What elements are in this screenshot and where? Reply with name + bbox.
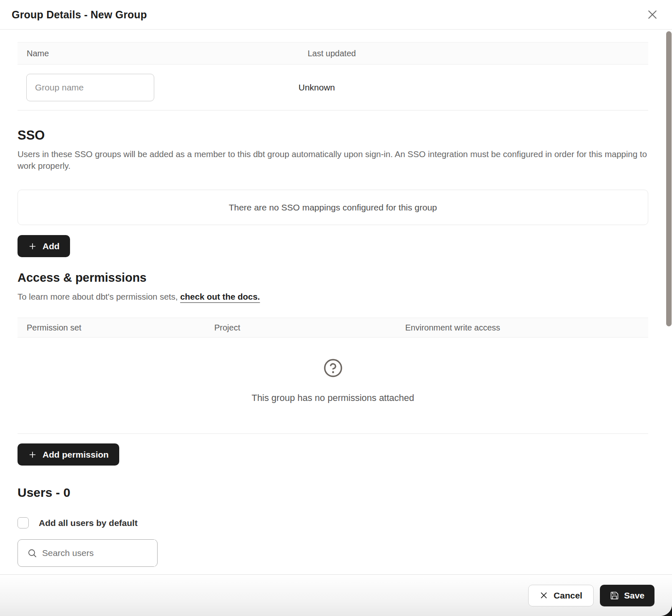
- permissions-heading: Access & permissions: [18, 271, 648, 285]
- scrollbar-thumb[interactable]: [666, 31, 672, 326]
- search-users-box: [18, 539, 158, 567]
- permissions-empty-state: This group has no permissions attached: [18, 338, 648, 434]
- add-permission-button-label: Add permission: [43, 450, 109, 460]
- add-all-users-row: Add all users by default: [18, 517, 648, 528]
- column-header-environment-write-access: Environment write access: [396, 323, 648, 333]
- docs-link[interactable]: check out the docs.: [180, 292, 260, 301]
- column-header-name: Name: [18, 49, 298, 58]
- search-icon: [27, 548, 37, 558]
- x-icon: [539, 591, 548, 600]
- close-icon: [646, 8, 659, 21]
- plus-icon: [28, 242, 37, 251]
- group-details-modal: Group Details - New Group Name Last upda…: [0, 0, 672, 616]
- modal-header: Group Details - New Group: [0, 0, 672, 30]
- permissions-table: Permission set Project Environment write…: [18, 318, 648, 434]
- cancel-button-label: Cancel: [554, 591, 582, 601]
- sso-heading: SSO: [18, 128, 648, 143]
- plus-icon: [28, 450, 37, 459]
- add-permission-button[interactable]: Add permission: [18, 443, 119, 466]
- last-updated-value: Unknown: [298, 83, 648, 93]
- users-heading: Users - 0: [18, 486, 648, 500]
- group-name-table: Name Last updated Unknown: [18, 42, 648, 110]
- add-sso-mapping-button-label: Add: [43, 241, 60, 251]
- permissions-empty-message: This group has no permissions attached: [251, 393, 414, 403]
- group-name-input[interactable]: [26, 74, 154, 101]
- cancel-button[interactable]: Cancel: [528, 585, 594, 606]
- save-button-label: Save: [624, 591, 644, 601]
- add-sso-mapping-button[interactable]: Add: [18, 235, 70, 257]
- sso-empty-message: There are no SSO mappings configured for…: [229, 203, 437, 213]
- permissions-docs-line: To learn more about dbt's permission set…: [18, 292, 648, 302]
- add-all-users-checkbox[interactable]: [18, 517, 29, 528]
- search-users-input[interactable]: [42, 540, 155, 566]
- column-header-project: Project: [205, 323, 396, 333]
- sso-description: Users in these SSO groups will be added …: [18, 148, 648, 172]
- modal-footer: Cancel Save: [0, 574, 672, 616]
- modal-body: Name Last updated Unknown SSO Users in t…: [0, 30, 672, 574]
- table-row: Unknown: [18, 65, 648, 110]
- group-name-table-header: Name Last updated: [18, 43, 648, 65]
- save-button[interactable]: Save: [600, 585, 654, 606]
- column-header-permission-set: Permission set: [18, 323, 205, 333]
- permissions-table-header: Permission set Project Environment write…: [18, 318, 648, 338]
- add-all-users-label[interactable]: Add all users by default: [39, 518, 138, 528]
- close-button[interactable]: [645, 8, 659, 22]
- docs-line-prefix: To learn more about dbt's permission set…: [18, 292, 180, 301]
- sso-empty-state: There are no SSO mappings configured for…: [18, 190, 648, 225]
- save-icon: [610, 591, 619, 600]
- modal-title: Group Details - New Group: [12, 9, 147, 21]
- help-circle-icon: [323, 358, 343, 378]
- column-header-last-updated: Last updated: [298, 49, 648, 58]
